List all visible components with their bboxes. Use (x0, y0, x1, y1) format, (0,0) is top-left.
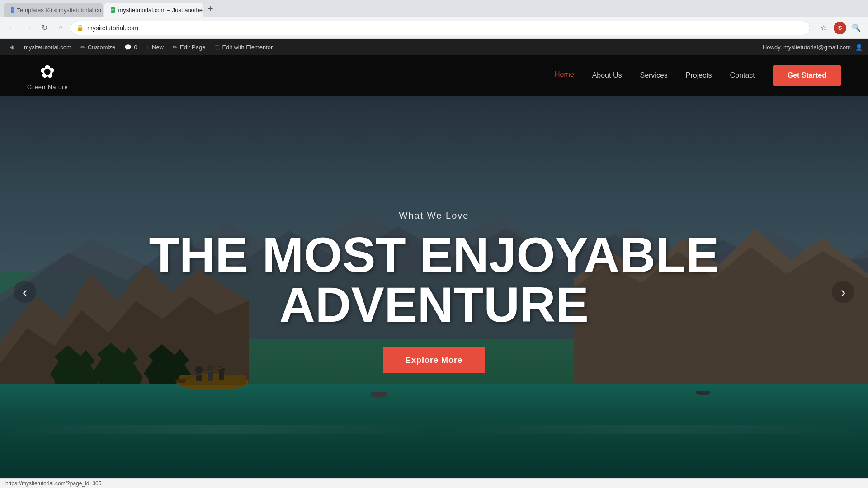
hero-title-line1: THE MOST ENJOYABLE (149, 227, 719, 282)
wp-elementor-item[interactable]: ⬚ Edit with Elementor (210, 39, 277, 55)
nav-projects[interactable]: Projects (686, 71, 712, 80)
get-started-button[interactable]: Get Started (773, 65, 841, 86)
page-wrapper: T Templates Kit « mysitetutorial.co... ✕… (0, 0, 868, 488)
wp-customize-item[interactable]: ✏ Customize (76, 39, 120, 55)
wp-howdy-text: Howdy, mysitetutorial@gmail.com (763, 44, 851, 51)
wp-new-label: New (152, 44, 164, 51)
profile-menu-button[interactable]: S (834, 22, 846, 34)
wp-edit-label: Edit Page (180, 44, 205, 51)
wp-elementor-label: Edit with Elementor (222, 44, 273, 51)
wp-new-icon: + (146, 44, 150, 51)
tab2-favicon: M (111, 7, 115, 13)
url-text: mysitetutorial.com (87, 24, 138, 32)
site-nav: Home About Us Services Projects Contact (555, 70, 755, 80)
status-url: https://mysitetutorial.com/?page_id=305 (5, 480, 101, 487)
nav-actions: ☆ S 🔍 (817, 22, 863, 34)
wp-edit-page-item[interactable]: ✏ Edit Page (168, 39, 210, 55)
wp-customize-label: ✏ (80, 44, 85, 51)
wp-logo-item[interactable]: ⊕ (5, 39, 19, 55)
wp-edit-icon: ✏ (173, 44, 178, 51)
nav-services[interactable]: Services (640, 71, 667, 80)
hero-section: What We Love THE MOST ENJOYABLE ADVENTUR… (0, 96, 868, 488)
back-button[interactable]: ← (5, 22, 18, 34)
wp-customize-text: Customize (88, 44, 115, 51)
site-logo: ✿ Green Nature (27, 61, 68, 90)
lock-icon: 🔒 (76, 24, 84, 31)
nav-about[interactable]: About Us (592, 71, 622, 80)
tab2-title: mysitetutorial.com – Just anothe... (118, 7, 204, 14)
tab1-favicon: T (11, 7, 14, 13)
wp-admin-right: Howdy, mysitetutorial@gmail.com 👤 (763, 44, 863, 51)
address-bar[interactable]: 🔒 mysitetutorial.com (71, 21, 810, 35)
reload-button[interactable]: ↻ (38, 22, 51, 34)
browser-frame: T Templates Kit « mysitetutorial.co... ✕… (0, 0, 868, 488)
search-button[interactable]: 🔍 (850, 22, 863, 34)
logo-icon: ✿ (40, 61, 55, 82)
wp-site-name-label: mysitetutorial.com (24, 44, 71, 51)
nav-bar: ← → ↻ ⌂ 🔒 mysitetutorial.com ☆ S 🔍 (0, 17, 868, 39)
wp-comments-item[interactable]: 💬 0 (120, 39, 142, 55)
wp-user-icon: 👤 (855, 44, 863, 51)
hero-title-line2: ADVENTURE (279, 277, 589, 332)
site-header: ✿ Green Nature Home About Us Services Pr… (0, 55, 868, 96)
logo-text: Green Nature (27, 84, 68, 90)
bookmark-button[interactable]: ☆ (817, 22, 830, 34)
carousel-next-button[interactable]: › (832, 281, 854, 303)
wp-comments-count: 0 (134, 44, 137, 51)
tab-2[interactable]: M mysitetutorial.com – Just anothe... ✕ (104, 3, 203, 17)
home-browser-button[interactable]: ⌂ (54, 22, 67, 34)
nav-home[interactable]: Home (555, 70, 574, 80)
profile-avatar: S (834, 22, 846, 34)
explore-button[interactable]: Explore More (383, 347, 485, 373)
wp-site-name-item[interactable]: mysitetutorial.com (19, 39, 76, 55)
tab-bar: T Templates Kit « mysitetutorial.co... ✕… (0, 0, 868, 17)
wp-comments-icon: 💬 (124, 44, 132, 51)
tab1-title: Templates Kit « mysitetutorial.co... (17, 7, 104, 14)
wp-new-item[interactable]: + New (142, 39, 168, 55)
hero-subtitle: What We Love (149, 211, 719, 221)
hero-content: What We Love THE MOST ENJOYABLE ADVENTUR… (149, 211, 719, 373)
tab-1[interactable]: T Templates Kit « mysitetutorial.co... ✕ (4, 3, 103, 17)
new-tab-button[interactable]: + (204, 4, 217, 14)
wp-admin-bar: ⊕ mysitetutorial.com ✏ Customize 💬 0 + N… (0, 39, 868, 55)
forward-button[interactable]: → (22, 22, 34, 34)
hero-title: THE MOST ENJOYABLE ADVENTURE (149, 230, 719, 329)
wp-logo-icon: ⊕ (10, 44, 15, 51)
wp-elementor-icon: ⬚ (214, 44, 220, 51)
status-bar: https://mysitetutorial.com/?page_id=305 (0, 478, 868, 488)
site-content: ✿ Green Nature Home About Us Services Pr… (0, 55, 868, 488)
nav-contact[interactable]: Contact (730, 71, 755, 80)
carousel-prev-button[interactable]: ‹ (14, 281, 36, 303)
